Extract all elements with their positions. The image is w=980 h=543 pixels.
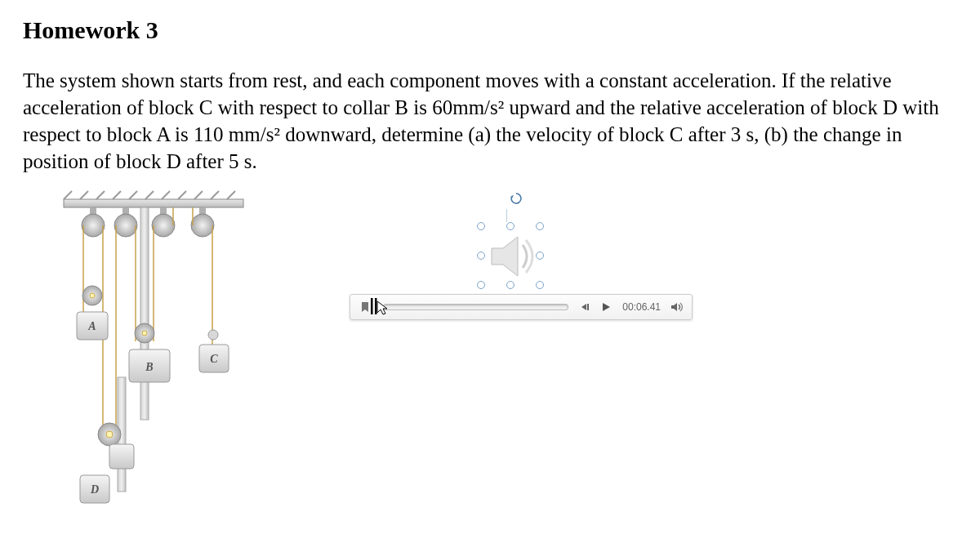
svg-point-34 [142,331,147,336]
svg-line-6 [145,191,154,199]
label-b: B [145,361,153,373]
svg-line-4 [113,191,121,199]
svg-marker-43 [492,237,518,276]
problem-statement: The system shown starts from rest, and e… [23,67,954,175]
svg-rect-40 [109,444,134,469]
svg-rect-28 [140,207,149,420]
page-title: Homework 3 [23,16,957,44]
svg-line-7 [162,191,170,199]
rewind-button[interactable] [580,300,593,314]
audio-player: 00:06.41 [350,294,693,320]
pulley-diagram: A B C D [47,189,260,516]
svg-line-5 [129,191,137,199]
media-area: 00:06.41 [350,198,693,224]
play-button[interactable] [599,300,612,314]
svg-marker-44 [581,304,586,310]
label-d: D [90,483,99,496]
speaker-icon [480,225,542,287]
label-c: C [210,353,218,365]
rotate-handle-icon[interactable] [509,191,523,209]
svg-line-11 [227,191,235,199]
svg-line-3 [96,191,105,199]
volume-icon[interactable] [670,300,684,314]
audio-object[interactable] [480,225,542,287]
svg-point-17 [152,214,175,237]
svg-point-13 [82,214,105,237]
content-row: A B C D [23,189,957,516]
bookmark-icon[interactable] [359,300,372,314]
svg-rect-0 [64,199,243,207]
label-a: A [87,320,96,332]
time-display: 00:06.41 [622,301,661,313]
svg-marker-47 [671,303,677,311]
svg-point-39 [106,431,113,438]
svg-line-9 [194,191,203,199]
svg-line-1 [64,191,72,199]
svg-line-2 [80,191,88,199]
svg-point-19 [191,214,214,237]
svg-rect-45 [587,304,589,310]
svg-marker-46 [603,303,610,311]
seek-track[interactable] [383,304,568,310]
svg-point-36 [208,330,218,340]
svg-line-8 [178,191,186,199]
svg-point-31 [90,293,95,298]
svg-line-10 [211,191,219,199]
svg-point-15 [114,214,137,237]
